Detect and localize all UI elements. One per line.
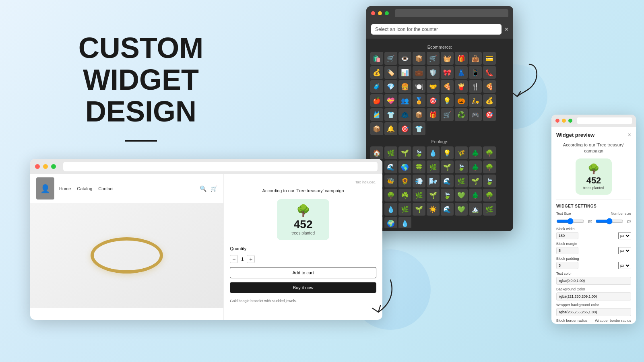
- icon-item[interactable]: ☘️: [398, 189, 411, 202]
- icon-item[interactable]: 🌱: [469, 175, 482, 187]
- icon-item[interactable]: 🌾: [455, 146, 468, 159]
- icon-item[interactable]: 🌊: [384, 160, 397, 173]
- icon-item[interactable]: 💧: [398, 217, 411, 228]
- block-margin-input[interactable]: [556, 247, 578, 254]
- wrapper-bg-value[interactable]: rgba(255,255,255,1.00): [556, 308, 631, 316]
- icon-item[interactable]: 🧳: [370, 80, 383, 93]
- icon-item[interactable]: 🧥: [398, 108, 411, 121]
- browser-url-bar[interactable]: [63, 162, 378, 171]
- icon-item[interactable]: 🍃: [455, 160, 468, 173]
- icon-item[interactable]: 🤝: [427, 80, 440, 93]
- icon-item[interactable]: 💨: [413, 175, 425, 187]
- icon-item[interactable]: 🍎: [370, 94, 383, 107]
- icon-item[interactable]: 🐝: [384, 175, 397, 187]
- icon-item[interactable]: 🏅: [413, 94, 425, 107]
- icon-item[interactable]: 🎽: [370, 108, 383, 121]
- icon-item[interactable]: 🌱: [441, 160, 454, 173]
- icon-item[interactable]: 🌿: [427, 160, 440, 173]
- icon-item[interactable]: 🌿: [384, 146, 397, 159]
- icon-item[interactable]: 🛒: [384, 52, 397, 65]
- qty-minus-button[interactable]: −: [230, 255, 238, 263]
- number-size-slider[interactable]: [595, 218, 623, 224]
- add-to-cart-button[interactable]: Add to cart: [230, 267, 376, 278]
- icon-item[interactable]: 🛵: [469, 94, 482, 107]
- icon-item[interactable]: 👕: [384, 108, 397, 121]
- icon-item[interactable]: 🎁: [427, 108, 440, 121]
- icon-item[interactable]: 🌊: [441, 203, 454, 216]
- icon-item[interactable]: 💰: [370, 66, 383, 79]
- icon-item[interactable]: 📱: [469, 66, 482, 79]
- bg-color-value[interactable]: rgba(221,250,209,1.00): [556, 292, 631, 300]
- icon-item[interactable]: 🌲: [469, 160, 482, 173]
- block-padding-input[interactable]: [556, 262, 578, 269]
- panel-dot-yellow[interactable]: [562, 119, 566, 123]
- icon-item[interactable]: 🌿: [413, 189, 425, 202]
- icon-item[interactable]: 💚: [455, 203, 468, 216]
- icon-item[interactable]: 🌊: [441, 175, 454, 187]
- icon-item[interactable]: 🎯: [483, 108, 496, 121]
- icon-item[interactable]: 👠: [483, 66, 496, 79]
- icon-item[interactable]: 🎮: [469, 108, 482, 121]
- icon-item[interactable]: 🌳: [483, 146, 496, 159]
- modal-dot-green[interactable]: [385, 11, 389, 15]
- icon-item[interactable]: 🌳: [384, 189, 397, 202]
- icon-item[interactable]: 🌿: [483, 203, 496, 216]
- icon-item[interactable]: 💧: [384, 203, 397, 216]
- icon-item[interactable]: 🍃: [441, 189, 454, 202]
- browser-dot-yellow[interactable]: [43, 164, 48, 169]
- icon-item[interactable]: 🌱: [427, 189, 440, 202]
- icon-item[interactable]: 🎃: [455, 94, 468, 107]
- icon-item[interactable]: 💰: [483, 94, 496, 107]
- icon-item[interactable]: 🎯: [398, 122, 411, 135]
- browser-dot-red[interactable]: [35, 164, 40, 169]
- modal-dot-yellow[interactable]: [378, 11, 382, 15]
- icon-item[interactable]: 🍀: [413, 160, 425, 173]
- icon-item[interactable]: 💡: [441, 94, 454, 107]
- icon-item[interactable]: 🏷️: [384, 66, 397, 79]
- icon-item[interactable]: 📦: [413, 52, 425, 65]
- icon-item[interactable]: 🌬️: [427, 175, 440, 187]
- icon-item[interactable]: 💧: [427, 146, 440, 159]
- icon-item[interactable]: 🌲: [469, 146, 482, 159]
- cart-icon[interactable]: 🛒: [211, 185, 217, 192]
- icon-item[interactable]: 💼: [413, 66, 425, 79]
- text-size-slider[interactable]: [556, 218, 584, 224]
- modal-icon-scroll-area[interactable]: Ecommerce: 🛍️ 🛒 👁️ 📦 🛒 🧺 🎁 👜 💳 💰 🏷️ 📊 💼 …: [366, 39, 513, 228]
- icon-item[interactable]: 🧺: [441, 52, 454, 65]
- icon-item[interactable]: ☀️: [427, 203, 440, 216]
- icon-item[interactable]: 🛒: [427, 52, 440, 65]
- icon-item[interactable]: 🌿: [398, 203, 411, 216]
- block-margin-unit[interactable]: px: [618, 247, 631, 254]
- qty-plus-button[interactable]: +: [247, 255, 255, 263]
- browser-dot-green[interactable]: [51, 164, 56, 169]
- panel-close-button[interactable]: ×: [628, 132, 631, 138]
- modal-close-button[interactable]: ×: [505, 26, 508, 33]
- icon-item[interactable]: 🌳: [483, 160, 496, 173]
- search-icon[interactable]: 🔍: [200, 185, 206, 192]
- icon-item[interactable]: 👁️: [398, 52, 411, 65]
- icon-item[interactable]: 🎯: [427, 94, 440, 107]
- icon-item[interactable]: 🍕: [483, 80, 496, 93]
- nav-contact[interactable]: Contact: [98, 186, 114, 191]
- icon-item[interactable]: 🌻: [398, 175, 411, 187]
- icon-item[interactable]: 🛒: [441, 108, 454, 121]
- icon-item[interactable]: 🏠: [370, 146, 383, 159]
- icon-item[interactable]: 🎁: [455, 52, 468, 65]
- modal-dot-red[interactable]: [371, 11, 375, 15]
- panel-dot-red[interactable]: [555, 119, 559, 123]
- icon-item[interactable]: 🌎: [398, 160, 411, 173]
- icon-item[interactable]: 🎀: [441, 66, 454, 79]
- icon-item[interactable]: 🌿: [455, 175, 468, 187]
- icon-item[interactable]: 📦: [413, 108, 425, 121]
- icon-item[interactable]: 🌲: [469, 189, 482, 202]
- modal-search-input[interactable]: Select an icon for the counter: [371, 24, 502, 35]
- icon-item[interactable]: 👜: [469, 52, 482, 65]
- buy-now-button[interactable]: Buy it now: [230, 282, 376, 293]
- block-padding-unit[interactable]: px: [618, 262, 631, 269]
- block-width-input[interactable]: [556, 232, 578, 239]
- block-width-unit[interactable]: px: [618, 232, 631, 239]
- icon-item[interactable]: 🍔: [398, 80, 411, 93]
- nav-home[interactable]: Home: [59, 186, 71, 191]
- icon-item[interactable]: 💚: [455, 189, 468, 202]
- icon-item[interactable]: 🛡️: [427, 66, 440, 79]
